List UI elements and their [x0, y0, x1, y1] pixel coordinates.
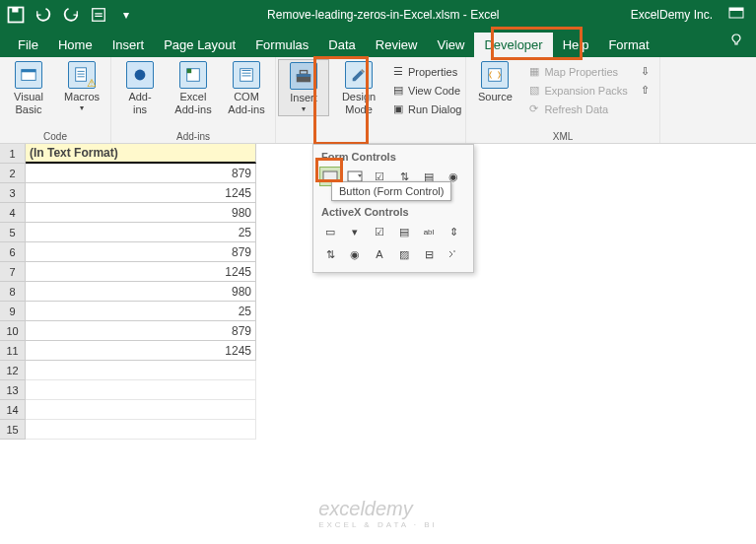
qat-customize-icon[interactable]: ▾ — [116, 5, 136, 25]
tell-me-icon[interactable] — [721, 29, 756, 57]
row-header[interactable]: 2 — [0, 164, 26, 183]
ax-textbox[interactable]: abl — [418, 222, 440, 241]
cell[interactable]: 879 — [26, 321, 256, 341]
svg-rect-4 — [729, 8, 743, 11]
tab-developer[interactable]: Developer — [474, 33, 552, 57]
visual-basic-button[interactable]: Visual Basic — [5, 59, 52, 117]
com-addins-button[interactable]: COM Add-ins — [223, 59, 270, 117]
tab-formulas[interactable]: Formulas — [245, 33, 318, 57]
insert-controls-dropdown: Form Controls ☑ ⇅ ▤ ◉ ActiveX Controls ▭… — [312, 144, 474, 273]
row-header[interactable]: 1 — [0, 144, 26, 164]
svg-rect-13 — [297, 74, 310, 77]
cell[interactable]: 980 — [26, 282, 256, 302]
row-header[interactable]: 3 — [0, 183, 26, 203]
watermark: exceldemy EXCEL & DATA · BI — [318, 498, 438, 529]
properties-button[interactable]: ☰Properties — [388, 63, 463, 80]
tab-help[interactable]: Help — [553, 33, 599, 57]
row-header[interactable]: 9 — [0, 302, 26, 321]
tab-data[interactable]: Data — [318, 33, 365, 57]
form-controls-label: Form Controls — [319, 149, 467, 167]
ribbon-tabs: File Home Insert Page Layout Formulas Da… — [0, 30, 756, 57]
ax-listbox[interactable]: ▤ — [393, 222, 415, 241]
ax-label[interactable]: A — [369, 244, 390, 264]
macros-button[interactable]: ⚠ Macros ▾ — [58, 59, 105, 114]
excel-addins-icon — [179, 61, 207, 89]
ax-spinbutton[interactable]: ⇅ — [319, 244, 341, 264]
expansion-packs-button: ▧Expansion Packs — [524, 82, 629, 99]
account-name[interactable]: ExcelDemy Inc. — [631, 8, 713, 22]
cell[interactable]: 1245 — [26, 183, 256, 203]
save-icon[interactable] — [6, 5, 26, 25]
ax-more[interactable] — [443, 244, 464, 264]
cell[interactable]: 1245 — [26, 341, 256, 361]
cell[interactable]: 980 — [26, 203, 256, 223]
cell[interactable]: 25 — [26, 302, 256, 321]
undo-icon[interactable] — [34, 5, 53, 25]
ax-commandbutton[interactable]: ▭ — [319, 222, 341, 241]
ax-checkbox[interactable]: ☑ — [369, 222, 390, 241]
cell[interactable] — [26, 420, 256, 440]
tooltip-button-form-control: Button (Form Control) — [331, 181, 451, 201]
row-header[interactable]: 14 — [0, 400, 26, 420]
cell[interactable] — [26, 400, 256, 420]
redo-icon[interactable] — [61, 5, 81, 25]
addins-button[interactable]: Add- ins — [116, 59, 164, 117]
insert-controls-button[interactable]: Insert ▾ — [278, 59, 329, 116]
refresh-data-button: ⟳Refresh Data — [524, 101, 629, 117]
excel-addins-button[interactable]: Excel Add-ins — [170, 59, 217, 117]
run-dialog-icon: ▣ — [390, 102, 405, 116]
cell[interactable] — [26, 361, 256, 380]
run-dialog-button[interactable]: ▣Run Dialog — [388, 101, 463, 117]
group-label-code: Code — [43, 130, 67, 142]
design-mode-button[interactable]: Design Mode — [335, 59, 382, 117]
row-header[interactable]: 7 — [0, 262, 26, 282]
svg-rect-2 — [93, 9, 105, 22]
tab-view[interactable]: View — [427, 33, 474, 57]
svg-rect-6 — [22, 70, 35, 73]
cell[interactable]: 25 — [26, 223, 256, 242]
cell[interactable] — [26, 380, 256, 400]
svg-rect-12 — [300, 71, 307, 75]
group-label-controls — [370, 130, 373, 142]
row-header[interactable]: 13 — [0, 380, 26, 400]
tab-file[interactable]: File — [8, 33, 48, 57]
tab-format[interactable]: Format — [598, 33, 658, 57]
export-button[interactable]: ⇧ — [636, 82, 654, 99]
tab-review[interactable]: Review — [366, 33, 428, 57]
tab-page-layout[interactable]: Page Layout — [154, 33, 245, 57]
import-icon: ⇩ — [638, 64, 653, 79]
tab-home[interactable]: Home — [48, 33, 103, 57]
ax-image[interactable]: ▨ — [393, 244, 415, 264]
com-addins-icon — [233, 61, 260, 89]
cell[interactable]: (In Text Format) — [26, 144, 256, 164]
row-header[interactable]: 6 — [0, 242, 26, 262]
view-code-button[interactable]: ▤View Code — [388, 82, 463, 99]
import-button[interactable]: ⇩ — [636, 63, 654, 80]
row-header[interactable]: 10 — [0, 321, 26, 341]
refresh-icon: ⟳ — [526, 102, 541, 116]
addins-icon — [126, 61, 154, 89]
design-mode-icon — [345, 61, 373, 89]
ax-scrollbar[interactable]: ⇕ — [443, 222, 464, 241]
row-header[interactable]: 11 — [0, 341, 26, 361]
ribbon-display-options-icon[interactable] — [728, 7, 744, 24]
row-header[interactable]: 15 — [0, 420, 26, 440]
svg-rect-14 — [489, 69, 502, 82]
row-header[interactable]: 12 — [0, 361, 26, 380]
tab-insert[interactable]: Insert — [103, 33, 155, 57]
ax-optionbutton[interactable]: ◉ — [344, 244, 366, 264]
cell[interactable]: 879 — [26, 242, 256, 262]
row-header[interactable]: 4 — [0, 203, 26, 223]
cell[interactable]: 1245 — [26, 262, 256, 282]
qat-more-icon[interactable] — [89, 5, 108, 25]
source-button[interactable]: Source — [471, 59, 518, 105]
ax-combobox[interactable]: ▾ — [344, 222, 366, 241]
row-header[interactable]: 8 — [0, 282, 26, 302]
map-properties-button: ▦Map Properties — [524, 63, 629, 80]
svg-rect-7 — [76, 68, 87, 82]
cell[interactable]: 879 — [26, 164, 256, 183]
row-header[interactable]: 5 — [0, 223, 26, 242]
ax-togglebutton[interactable]: ⊟ — [418, 244, 440, 264]
toolbox-icon — [290, 62, 317, 90]
svg-rect-9 — [187, 69, 192, 74]
